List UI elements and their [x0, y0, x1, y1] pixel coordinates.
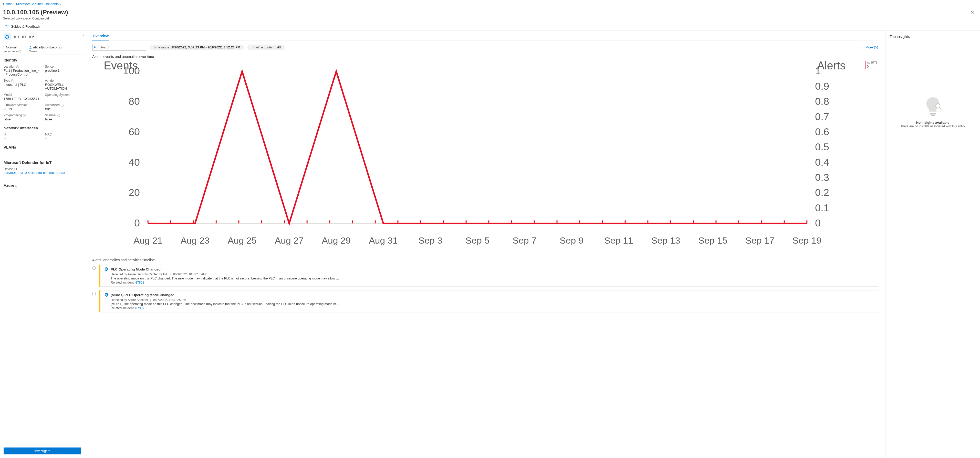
identity-section-title: Identity — [0, 55, 85, 64]
insights-empty-title: No insights available — [916, 121, 949, 124]
timeline-card[interactable]: PLC Operating Mode Changed Detected by A… — [99, 265, 878, 287]
shield-alert-icon — [104, 293, 108, 297]
svg-text:0.6: 0.6 — [815, 126, 829, 137]
svg-text:Aug 21: Aug 21 — [134, 235, 162, 246]
collapse-left-pane[interactable]: « — [81, 32, 85, 37]
importance-value: Normal — [6, 45, 17, 49]
svg-text:Aug 29: Aug 29 — [322, 235, 351, 246]
info-icon[interactable]: i — [57, 114, 60, 117]
location-value: Fa 1 | Production_line_4 | ProcessContro… — [3, 68, 40, 76]
vlans-title: VLANs — [0, 142, 85, 151]
svg-text:Sep 17: Sep 17 — [745, 235, 774, 246]
svg-point-2 — [30, 46, 31, 48]
breadcrumb-sentinel[interactable]: Microsoft Sentinel | Incidents — [16, 2, 59, 6]
chevron-down-icon: ⌄ — [862, 45, 864, 49]
alert-desc: (MDIoT) The operating mode on this PLC c… — [111, 302, 874, 306]
left-pane: « 10.0.100.105 Normal Importance i — [0, 31, 85, 458]
chart-title: Alerts, events and anomalies over time — [92, 54, 878, 59]
alert-timestamp: 8/29/2022, 10:32:15 AM — [173, 272, 206, 276]
insights-empty-sub: There are no insights associated with th… — [900, 124, 965, 128]
related-label: Related incident: — [111, 306, 135, 310]
importance-bar-icon — [3, 46, 4, 49]
vendor-value: ROCKWELL AUTOMATION — [45, 83, 81, 91]
svg-text:0.5: 0.5 — [815, 141, 829, 153]
page-title: 10.0.100.105 (Preview) — [3, 9, 68, 16]
chip-icon — [3, 33, 11, 40]
mac-value: -- — [45, 137, 81, 140]
person-feedback-icon — [5, 24, 9, 29]
detected-by: Detected by Azure Security Center for Io… — [111, 272, 167, 276]
svg-text:60: 60 — [129, 126, 140, 137]
timeline-card[interactable]: (MDIoT) PLC Operating Mode Changed Detec… — [99, 290, 878, 312]
mdiot-title: Microsoft Defender for IoT — [0, 157, 85, 166]
related-incident-link[interactable]: 87937 — [135, 306, 145, 310]
owner-block: alice@contoso.com Owner — [29, 45, 64, 53]
vlan-value: -- — [3, 152, 81, 156]
svg-point-3 — [94, 46, 96, 48]
related-label: Related incident: — [111, 281, 135, 284]
alerts-bar-icon — [865, 61, 865, 69]
scanner-value: false — [45, 117, 81, 121]
investigate-button[interactable]: Investigate — [3, 447, 81, 455]
model-value: 1756-L71/B LOGIX5571 — [3, 97, 40, 101]
tab-strip: Overview — [92, 33, 878, 40]
network-interfaces-title: Network Interfaces — [0, 123, 85, 132]
search-input[interactable] — [92, 44, 146, 51]
svg-text:Aug 25: Aug 25 — [228, 235, 257, 246]
tab-overview[interactable]: Overview — [92, 33, 109, 40]
top-insights-title: Top insights — [889, 34, 976, 39]
timeline-item-radio[interactable] — [92, 292, 96, 295]
svg-text:Alerts: Alerts — [817, 61, 846, 72]
alert-title: (MDIoT) PLC Operating Mode Changed — [111, 293, 175, 297]
top-insights-pane: Top insights No insights available There… — [885, 31, 980, 458]
timeline-title: Alerts, anomalies and activities timelin… — [92, 258, 878, 262]
authorized-value: true — [45, 107, 81, 111]
type-value: Industrial | PLC — [3, 83, 40, 87]
importance-block: Normal Importance i — [3, 45, 21, 53]
more-link[interactable]: ⌄ More (5) — [862, 45, 878, 49]
workspace-row: Selected workspace: Contoso Ltd. — [0, 17, 980, 23]
chevron-right-icon: › — [14, 2, 14, 6]
svg-text:100: 100 — [123, 65, 140, 76]
lightbulb-icon — [921, 95, 944, 118]
info-icon[interactable]: i — [16, 65, 19, 68]
svg-text:Sep 9: Sep 9 — [560, 235, 584, 246]
person-icon — [29, 46, 32, 49]
breadcrumb: Home › Microsoft Sentinel | Incidents › — [0, 0, 980, 8]
device-ip-heading: 10.0.100.105 — [13, 35, 34, 39]
events-alerts-chart: EventsAlerts02040608010000.10.20.30.40.5… — [92, 61, 863, 254]
os-value: -- — [45, 97, 81, 101]
title-more-button[interactable]: ··· — [71, 11, 73, 14]
shield-alert-icon — [104, 267, 108, 272]
svg-text:80: 80 — [129, 95, 140, 107]
info-icon[interactable]: i — [15, 185, 18, 188]
svg-point-0 — [6, 25, 7, 26]
svg-text:0.1: 0.1 — [815, 202, 829, 213]
info-icon[interactable]: i — [23, 114, 26, 117]
svg-text:0.7: 0.7 — [815, 111, 829, 122]
svg-text:0.3: 0.3 — [815, 172, 829, 183]
ip-value: -- — [3, 137, 40, 140]
timeline-content-pill[interactable]: Timeline content : All — [247, 45, 285, 50]
timeline-item-radio[interactable] — [92, 266, 96, 270]
guides-feedback-button[interactable]: Guides & Feedback — [0, 23, 980, 31]
svg-text:Sep 5: Sep 5 — [465, 235, 489, 246]
svg-text:Sep 7: Sep 7 — [512, 235, 536, 246]
owner-email[interactable]: alice@contoso.com — [29, 45, 64, 49]
info-icon[interactable]: i — [61, 104, 64, 107]
alert-desc: The operating mode on this PLC changed. … — [111, 277, 874, 280]
time-range-pill[interactable]: Time range : 8/20/2022, 3:52:23 PM - 9/1… — [150, 45, 244, 50]
breadcrumb-home[interactable]: Home — [3, 2, 12, 6]
alerts-kpi: ALERTS 2 — [863, 61, 878, 254]
svg-text:0: 0 — [134, 217, 140, 229]
related-incident-link[interactable]: 87858 — [135, 281, 145, 284]
close-icon[interactable]: ✕ — [968, 8, 977, 17]
alert-timestamp: 8/25/2022, 12:30:25 PM — [153, 298, 186, 302]
device-id-link[interactable]: dab39013-c310-4e1b-8f5f-cb94b618aa83 — [3, 171, 65, 175]
svg-text:Aug 27: Aug 27 — [275, 235, 304, 246]
info-icon[interactable]: i — [11, 80, 14, 82]
info-icon[interactable]: i — [18, 50, 21, 53]
svg-text:40: 40 — [129, 156, 140, 168]
svg-text:Aug 23: Aug 23 — [181, 235, 210, 246]
svg-text:Sep 15: Sep 15 — [698, 235, 727, 246]
